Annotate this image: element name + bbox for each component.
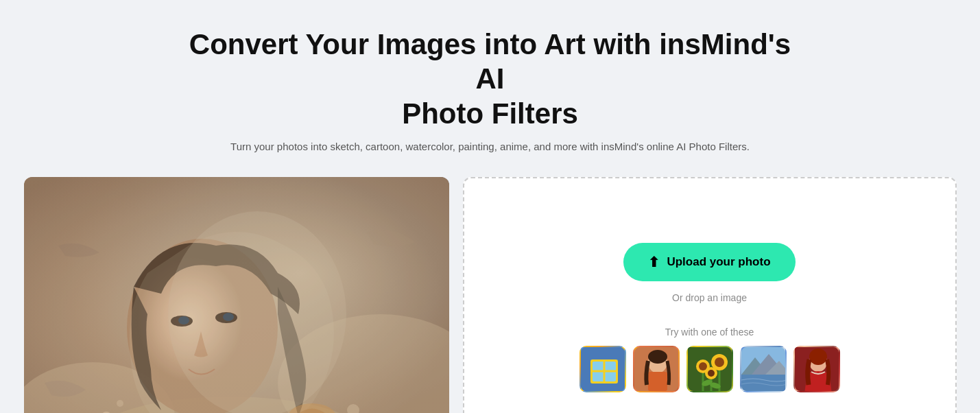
main-content: ⬆ Upload your photo Or drop an image Try…: [24, 177, 957, 413]
sample-image-5[interactable]: [793, 346, 840, 392]
sample-image-2[interactable]: [633, 346, 680, 392]
upload-button-label: Upload your photo: [667, 255, 770, 269]
svg-rect-17: [24, 177, 449, 413]
drop-text: Or drop an image: [672, 292, 747, 303]
artistic-svg: [24, 177, 449, 413]
image-preview: [24, 177, 449, 413]
svg-rect-26: [581, 347, 590, 392]
svg-point-36: [715, 357, 724, 367]
svg-point-52: [809, 349, 827, 365]
sample-images-row: [579, 346, 840, 392]
svg-point-38: [708, 370, 715, 377]
page-header: Convert Your Images into Art with insMin…: [182, 27, 799, 155]
upload-button[interactable]: ⬆ Upload your photo: [623, 243, 795, 281]
svg-point-31: [648, 350, 667, 364]
upload-section: ⬆ Upload your photo Or drop an image Try…: [463, 177, 957, 413]
sample-image-4[interactable]: [740, 346, 787, 392]
page-subtitle: Turn your photos into sketch, cartoon, w…: [182, 139, 799, 155]
sample-image-3[interactable]: [686, 346, 733, 392]
try-section: Try with one of these: [579, 327, 840, 392]
preview-canvas: [24, 177, 449, 413]
svg-rect-49: [741, 375, 787, 392]
page-title: Convert Your Images into Art with insMin…: [182, 27, 799, 131]
sample-image-1[interactable]: [579, 346, 626, 392]
svg-point-34: [699, 362, 707, 370]
svg-rect-30: [648, 372, 667, 391]
upload-area: ⬆ Upload your photo Or drop an image: [623, 243, 795, 303]
svg-rect-27: [618, 347, 626, 392]
upload-icon: ⬆: [648, 254, 660, 270]
try-label: Try with one of these: [665, 327, 754, 338]
